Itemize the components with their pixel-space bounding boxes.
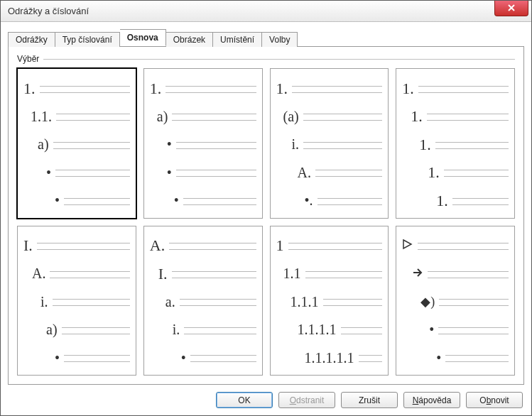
outline-option-7[interactable]: ◆)•• — [396, 226, 515, 376]
outline-option-4-level-1: A. — [23, 260, 130, 288]
level-marker: 1.1 — [283, 266, 301, 282]
level-rule-line — [439, 299, 509, 306]
level-marker: •. — [305, 192, 313, 209]
level-rule-line — [176, 142, 256, 149]
group-label: Výběr — [17, 54, 43, 64]
outline-option-5-level-2: a. — [150, 288, 256, 317]
level-marker — [402, 239, 413, 253]
outline-option-1[interactable]: 1.a)••• — [143, 68, 263, 219]
outline-option-5-level-1: I. — [150, 260, 256, 288]
outline-option-0-level-2: a) — [23, 131, 130, 159]
tab-obrázek[interactable]: Obrázek — [166, 32, 213, 47]
outline-option-3[interactable]: 1.1.1.1.1. — [396, 68, 515, 219]
level-rule-line — [183, 198, 256, 205]
help-button[interactable]: Nápověda — [403, 392, 460, 408]
tab-volby[interactable]: Volby — [262, 32, 298, 47]
level-rule-line — [184, 327, 256, 334]
tab-osnova[interactable]: Osnova — [120, 29, 166, 46]
group-divider — [43, 59, 515, 60]
outline-option-5-level-3: i. — [150, 316, 256, 344]
outline-option-2-level-2: i. — [276, 131, 383, 159]
level-rule-line — [428, 271, 509, 278]
outline-option-3-level-4: 1. — [402, 187, 509, 215]
level-marker: a) — [38, 136, 49, 153]
dialog-window: Odrážky a číslování OdrážkyTyp číslování… — [0, 0, 532, 416]
tab-umístění[interactable]: Umístění — [213, 32, 262, 47]
level-marker: i. — [173, 322, 180, 338]
outline-option-0-level-4: • — [23, 187, 130, 215]
level-rule-line — [53, 142, 130, 149]
outline-option-6-level-2: 1.1.1 — [276, 288, 383, 317]
level-rule-line — [435, 142, 509, 149]
outline-option-5[interactable]: A.I.a.i.• — [143, 226, 263, 376]
level-rule-line — [317, 198, 383, 205]
outline-option-1-level-2: • — [150, 131, 256, 159]
level-marker: 1.1.1.1 — [298, 322, 337, 338]
level-marker: a) — [157, 109, 168, 125]
cancel-button[interactable]: Zrušit — [341, 392, 398, 408]
level-rule-line — [62, 327, 130, 334]
level-marker: 1.1.1.1.1 — [305, 350, 354, 366]
outline-option-2-level-3: A. — [276, 159, 383, 187]
tab-odrážky[interactable]: Odrážky — [8, 32, 55, 47]
outline-option-1-level-4: • — [150, 187, 256, 215]
outline-option-7-level-4: • — [402, 344, 509, 373]
level-rule-line — [40, 86, 130, 93]
level-marker: I. — [158, 265, 168, 283]
outline-option-4-level-4: • — [23, 344, 130, 373]
level-marker: • — [55, 192, 60, 209]
outline-option-4[interactable]: I.A.i.a)• — [17, 226, 136, 376]
outline-option-7-level-3: • — [402, 316, 509, 344]
outline-option-0-level-0: 1. — [23, 75, 130, 103]
level-rule-line — [305, 271, 383, 278]
outline-option-1-level-3: • — [150, 159, 256, 187]
level-marker: i. — [40, 294, 48, 310]
level-rule-line — [190, 355, 256, 362]
outline-option-6-level-4: 1.1.1.1.1 — [276, 344, 383, 373]
level-marker: 1. — [402, 80, 414, 98]
level-rule-line — [55, 170, 130, 177]
outline-option-0[interactable]: 1.1.1.a)•• — [17, 68, 136, 219]
level-marker: • — [181, 350, 186, 366]
level-marker: • — [46, 165, 51, 181]
level-rule-line — [56, 114, 130, 121]
level-rule-line — [288, 243, 383, 250]
level-marker — [412, 267, 423, 281]
level-rule-line — [172, 114, 256, 121]
titlebar: Odrážky a číslování — [1, 1, 531, 22]
outline-option-7-level-0 — [402, 232, 509, 261]
outline-option-4-level-3: a) — [23, 316, 130, 344]
outline-option-4-level-0: I. — [23, 232, 130, 261]
level-rule-line — [50, 271, 129, 278]
outline-options-grid: 1.1.1.a)••1.a)•••1.(a)i.A.•.1.1.1.1.1.I.… — [17, 68, 515, 376]
reset-button[interactable]: Obnovit — [466, 392, 523, 408]
outline-option-7-level-1 — [402, 260, 509, 288]
level-rule-line — [444, 170, 509, 177]
close-icon — [507, 3, 516, 14]
level-rule-line — [292, 86, 382, 93]
level-rule-line — [323, 299, 383, 306]
level-marker: a. — [165, 294, 175, 310]
level-marker: 1. — [23, 80, 36, 98]
level-rule-line — [438, 327, 509, 334]
outline-option-2[interactable]: 1.(a)i.A.•. — [270, 68, 389, 219]
outline-option-0-level-3: • — [23, 159, 130, 187]
level-marker: I. — [23, 236, 33, 255]
outline-option-5-level-0: A. — [150, 232, 256, 261]
outline-option-4-level-2: i. — [23, 288, 130, 317]
level-rule-line — [452, 198, 509, 205]
level-rule-line — [169, 243, 256, 250]
level-marker: 1. — [428, 163, 440, 182]
outline-option-2-level-1: (a) — [276, 103, 383, 131]
outline-option-6[interactable]: 11.11.1.11.1.1.11.1.1.1.1 — [270, 226, 389, 376]
level-rule-line — [64, 198, 130, 205]
level-marker: A. — [298, 165, 311, 181]
outline-option-6-level-3: 1.1.1.1 — [276, 316, 383, 344]
tab-typ-číslování[interactable]: Typ číslování — [55, 32, 120, 47]
level-rule-line — [359, 355, 383, 362]
level-marker: • — [436, 350, 441, 366]
close-button[interactable] — [494, 1, 528, 16]
level-rule-line — [303, 114, 383, 121]
button-row: OK Odstranit Zrušit Nápověda Obnovit — [8, 385, 524, 410]
ok-button[interactable]: OK — [216, 392, 273, 408]
